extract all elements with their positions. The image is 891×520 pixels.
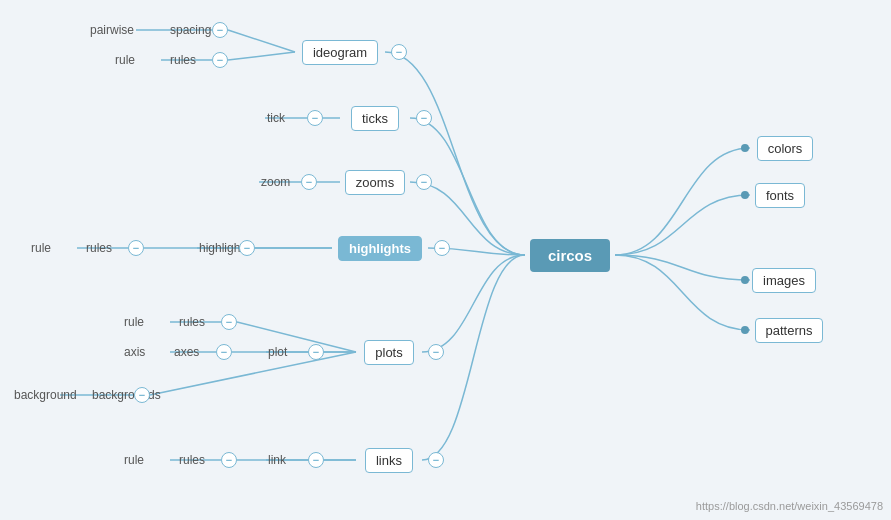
svg-point-0 — [741, 144, 749, 152]
minus-ticks[interactable]: − — [416, 110, 432, 126]
text-pairwise_1: pairwise — [86, 20, 138, 40]
minus-highlights[interactable]: − — [434, 240, 450, 256]
box-label: patterns — [755, 318, 824, 343]
minus-background_m[interactable]: − — [134, 387, 150, 403]
node-zooms: zooms — [340, 168, 410, 196]
minus-ideogram[interactable]: − — [391, 44, 407, 60]
connections-svg — [0, 0, 891, 520]
box-label: fonts — [755, 183, 805, 208]
svg-point-2 — [741, 276, 749, 284]
minus-rule_plots_m[interactable]: − — [221, 314, 237, 330]
text-axis_2: axes — [170, 342, 203, 362]
text-rule_plots_2: rules — [175, 312, 209, 332]
minus-rule_hl_m[interactable]: − — [128, 240, 144, 256]
box-label: colors — [757, 136, 814, 161]
text-rule_hl_1: rule — [27, 238, 55, 258]
text-rule_ideogram_1: rule — [111, 50, 139, 70]
minus-icon[interactable]: − — [416, 110, 432, 126]
minus-icon[interactable]: − — [307, 110, 323, 126]
box-label: links — [365, 448, 413, 473]
minus-icon[interactable]: − — [308, 452, 324, 468]
text-link: link — [264, 450, 290, 470]
minus-link_m[interactable]: − — [308, 452, 324, 468]
node-colors: colors — [750, 134, 820, 162]
node-links: links — [356, 446, 422, 474]
minus-icon[interactable]: − — [128, 240, 144, 256]
box-label: ideogram — [302, 40, 378, 65]
text-rule_plots_1: rule — [120, 312, 148, 332]
text-zoom: zoom — [257, 172, 294, 192]
node-patterns: patterns — [750, 316, 828, 344]
svg-point-3 — [741, 326, 749, 334]
node-plots: plots — [356, 338, 422, 366]
minus-icon[interactable]: − — [221, 314, 237, 330]
minus-axis_m[interactable]: − — [216, 344, 232, 360]
minus-tick_m[interactable]: − — [307, 110, 323, 126]
text-tick: tick — [263, 108, 289, 128]
text-rule_links_1: rule — [120, 450, 148, 470]
node-circos: circos — [525, 237, 615, 273]
box-label: images — [752, 268, 816, 293]
minus-plot_m[interactable]: − — [308, 344, 324, 360]
text-axis_1: axis — [120, 342, 149, 362]
minus-highlight_m[interactable]: − — [239, 240, 255, 256]
minus-icon[interactable]: − — [134, 387, 150, 403]
text-plot: plot — [264, 342, 291, 362]
minus-icon[interactable]: − — [434, 240, 450, 256]
minus-icon[interactable]: − — [428, 452, 444, 468]
minus-zoom_m[interactable]: − — [301, 174, 317, 190]
node-images: images — [750, 266, 818, 294]
minus-icon[interactable]: − — [212, 52, 228, 68]
node-fonts: fonts — [750, 181, 810, 209]
minus-icon[interactable]: − — [428, 344, 444, 360]
center-label: circos — [530, 239, 610, 272]
minus-icon[interactable]: − — [216, 344, 232, 360]
box-label: plots — [364, 340, 413, 365]
minus-icon[interactable]: − — [308, 344, 324, 360]
minus-icon[interactable]: − — [391, 44, 407, 60]
text-rule_hl_2: rules — [82, 238, 116, 258]
text-background_1: background — [10, 385, 81, 405]
minus-icon[interactable]: − — [239, 240, 255, 256]
svg-point-1 — [741, 191, 749, 199]
minus-pairwise_m[interactable]: − — [212, 22, 228, 38]
watermark: https://blog.csdn.net/weixin_43569478 — [696, 500, 883, 512]
node-highlights: highlights — [332, 234, 428, 262]
minus-icon[interactable]: − — [221, 452, 237, 468]
box-label-highlighted: highlights — [338, 236, 422, 261]
node-ticks: ticks — [340, 104, 410, 132]
box-label: ticks — [351, 106, 399, 131]
minus-rule_ideogram_m[interactable]: − — [212, 52, 228, 68]
box-label: zooms — [345, 170, 405, 195]
minus-links[interactable]: − — [428, 452, 444, 468]
minus-icon[interactable]: − — [212, 22, 228, 38]
text-background_2: backgrounds — [88, 385, 165, 405]
minus-zooms[interactable]: − — [416, 174, 432, 190]
text-pairwise_2: spacing — [166, 20, 215, 40]
minus-rule_links_m[interactable]: − — [221, 452, 237, 468]
node-ideogram: ideogram — [295, 38, 385, 66]
minus-icon[interactable]: − — [416, 174, 432, 190]
text-rule_ideogram_2: rules — [166, 50, 200, 70]
text-rule_links_2: rules — [175, 450, 209, 470]
minus-icon[interactable]: − — [301, 174, 317, 190]
minus-plots[interactable]: − — [428, 344, 444, 360]
mindmap-container: circoscolorsfontsimagespatterns−ideogram… — [0, 0, 891, 520]
